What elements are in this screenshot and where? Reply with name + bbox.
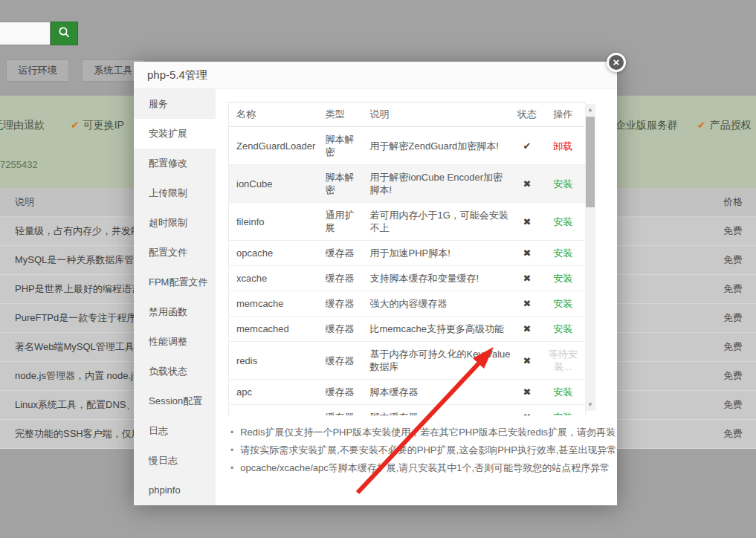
col-header-name: 名称: [229, 103, 318, 127]
extension-row: ionCube 脚本解密 用于解密ionCube Encoder加密脚本! ✖ …: [229, 165, 586, 203]
sidebar-item-label: 超时限制: [149, 217, 187, 228]
table-scrollbar[interactable]: ▲ ▼: [585, 104, 595, 411]
sidebar-item-label: 上传限制: [149, 187, 187, 198]
php-manager-modal: php-5.4管理 × 服务安装扩展配置修改上传限制超时限制配置文件FPM配置文…: [134, 62, 617, 505]
close-icon: ×: [613, 56, 620, 68]
sidebar-item-config-edit[interactable]: 配置修改: [134, 149, 216, 178]
store-row-price: 免费: [723, 333, 743, 361]
install-link[interactable]: 安装: [553, 298, 572, 309]
uninstall-link[interactable]: 卸载: [553, 140, 572, 152]
extension-row: fileinfo 通用扩展 若可用内存小于1G，可能会安装不上 ✖ 安装: [229, 203, 586, 241]
extension-name: fileinfo: [229, 203, 318, 241]
bullet-icon: •: [230, 445, 233, 456]
install-link[interactable]: 安装: [553, 323, 572, 334]
col-header-type: 类型: [318, 103, 363, 127]
status-icon: ✖: [523, 355, 532, 366]
note-item: •Redis扩展仅支持一个PHP版本安装使用，若在其它PHP版本已安装redis…: [230, 424, 611, 441]
extension-desc: 用于解密ZendGuard加密脚本!: [363, 127, 514, 165]
install-link[interactable]: 安装: [553, 386, 572, 398]
install-link[interactable]: 安装: [553, 247, 572, 259]
note-text: Redis扩展仅支持一个PHP版本安装使用，若在其它PHP版本已安装redis扩…: [240, 427, 616, 438]
store-row-price: 免费: [723, 217, 743, 245]
store-price-header: 价格: [723, 188, 743, 216]
extension-name: opcache: [229, 241, 318, 266]
banner-ip-label: ✔可更换IP: [71, 119, 124, 132]
store-row-price: 免费: [723, 246, 743, 274]
extension-desc: 用于解密ionCube Encoder加密脚本!: [363, 165, 514, 203]
status-icon: ✖: [523, 298, 532, 309]
status-icon: ✖: [523, 412, 532, 415]
sidebar-item-disabled-functions[interactable]: 禁用函数: [134, 297, 216, 327]
sidebar-item-slow-log[interactable]: 慢日志: [134, 446, 216, 476]
banner-license-label: ✔产品授权: [697, 119, 752, 132]
sidebar-item-log[interactable]: 日志: [134, 416, 216, 446]
sidebar-item-install-ext[interactable]: 安装扩展: [134, 119, 216, 149]
sidebar-item-load-status[interactable]: 负载状态: [134, 357, 216, 386]
check-icon: ✔: [697, 119, 706, 131]
extension-name: apc: [229, 380, 318, 405]
sidebar-item-label: phpinfo: [149, 484, 181, 496]
sidebar-item-label: 安装扩展: [149, 128, 187, 139]
banner-refund-label: 无理由退款: [0, 119, 45, 132]
extension-row: memcache 缓存器 强大的内容缓存器 ✖ 安装: [229, 291, 586, 317]
status-icon: ✖: [523, 323, 532, 334]
status-icon: ✔: [523, 140, 532, 152]
status-icon: ✖: [523, 273, 532, 284]
waiting-link[interactable]: 等待安装...: [549, 349, 578, 372]
search-input[interactable]: [0, 22, 51, 45]
install-link[interactable]: 安装: [553, 178, 572, 189]
sidebar-item-phpinfo[interactable]: phpinfo: [134, 476, 216, 505]
note-item: •请按实际需求安装扩展,不要安装不必要的PHP扩展,这会影响PHP执行效率,甚至…: [230, 441, 611, 459]
install-link[interactable]: 安装: [553, 412, 572, 415]
extension-type: 缓存器: [318, 317, 363, 342]
sidebar-item-label: 禁用函数: [149, 306, 187, 317]
scroll-up-icon[interactable]: ▲: [585, 106, 595, 114]
search-bar: [0, 22, 78, 45]
install-link[interactable]: 安装: [553, 216, 572, 227]
notes-list: •Redis扩展仅支持一个PHP版本安装使用，若在其它PHP版本已安装redis…: [230, 424, 611, 477]
extension-row: ZendGuardLoader 脚本解密 用于解密ZendGuard加密脚本! …: [229, 127, 586, 165]
tab-runtime[interactable]: 运行环境: [6, 59, 69, 82]
sidebar-item-label: 性能调整: [149, 336, 187, 347]
extension-desc: 强大的内容缓存器: [363, 291, 514, 317]
extensions-table: 名称 类型 说明 状态 操作 ZendGuardLoader 脚本解密 用于解密…: [228, 102, 586, 415]
sidebar-item-upload-limit[interactable]: 上传限制: [134, 178, 216, 208]
store-row-desc: node.js管理器，内置 node.js: [15, 362, 138, 390]
install-link[interactable]: 安装: [553, 273, 572, 284]
sidebar-item-session-config[interactable]: Session配置: [134, 386, 216, 416]
sidebar-item-performance-tuning[interactable]: 性能调整: [134, 327, 216, 357]
store-row-desc: 著名Web端MySQL管理工具: [15, 333, 135, 361]
extensions-table-wrap: 名称 类型 说明 状态 操作 ZendGuardLoader 脚本解密 用于解密…: [228, 102, 586, 415]
bullet-icon: •: [230, 463, 233, 473]
extension-desc: 脚本缓存器: [363, 380, 514, 405]
search-icon: [58, 26, 71, 41]
extension-name: ZendGuardLoader: [229, 127, 318, 165]
store-desc-header: 说明: [15, 188, 34, 216]
store-row-desc: MySQL是一种关系数据库管理系: [15, 246, 153, 274]
extension-desc: 基于内存亦可持久化的Key-Value数据库: [363, 342, 514, 380]
extension-type: 缓存器: [318, 241, 363, 266]
sidebar-item-service[interactable]: 服务: [134, 89, 216, 119]
sidebar-item-timeout-limit[interactable]: 超时限制: [134, 208, 216, 238]
col-header-desc: 说明: [363, 103, 514, 127]
note-text: opcache/xcache/apc等脚本缓存扩展,请只安装其中1个,否则可能导…: [240, 462, 610, 473]
sidebar-item-config-file[interactable]: 配置文件: [134, 238, 216, 268]
modal-sidebar: 服务安装扩展配置修改上传限制超时限制配置文件FPM配置文件禁用函数性能调整负载状…: [134, 89, 216, 505]
note-text: 请按实际需求安装扩展,不要安装不必要的PHP扩展,这会影响PHP执行效率,甚至出…: [240, 444, 616, 456]
sidebar-item-fpm-config-file[interactable]: FPM配置文件: [134, 268, 216, 297]
extension-desc: 脚本缓存器: [363, 405, 514, 416]
search-button[interactable]: [51, 22, 78, 45]
col-header-status: 状态: [514, 103, 541, 127]
close-button[interactable]: ×: [607, 53, 626, 72]
extension-type: 缓存器: [318, 266, 363, 291]
extension-row: opcache 缓存器 用于加速PHP脚本! ✖ 安装: [229, 241, 586, 266]
store-row-price: 免费: [723, 362, 743, 390]
sidebar-item-label: Session配置: [149, 395, 202, 406]
scrollbar-thumb[interactable]: [586, 117, 595, 207]
sidebar-item-label: 负载状态: [149, 366, 187, 377]
banner-group-number: 7255432: [0, 159, 38, 170]
ext-table-body: ZendGuardLoader 脚本解密 用于解密ZendGuard加密脚本! …: [229, 127, 586, 416]
scroll-down-icon[interactable]: ▼: [585, 401, 595, 409]
extension-name: memcached: [229, 317, 318, 342]
modal-title: php-5.4管理: [147, 62, 207, 88]
